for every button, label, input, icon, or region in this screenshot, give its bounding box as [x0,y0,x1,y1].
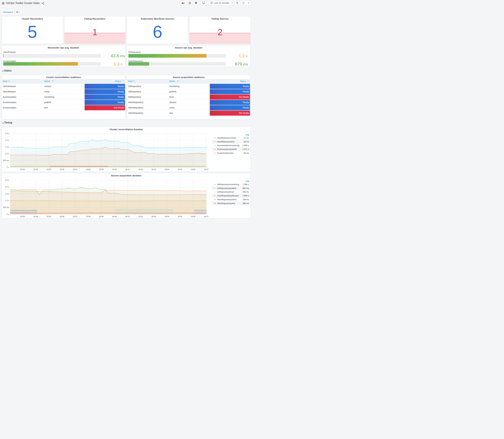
svg-text:16:04: 16:04 [164,216,169,218]
svg-text:15:54: 15:54 [33,168,38,171]
svg-text:16:05: 16:05 [178,216,182,218]
svg-text:2.5 s: 2.5 s [5,179,9,181]
svg-text:15:54: 15:54 [33,216,38,218]
svg-text:15:55: 15:55 [46,216,51,218]
svg-text:16:04: 16:04 [164,168,169,171]
svg-text:15:55: 15:55 [46,168,51,171]
svg-text:1.5 s: 1.5 s [5,193,9,195]
svg-text:15:56: 15:56 [60,216,64,218]
svg-text:0 s: 0 s [7,213,9,215]
svg-text:15:56: 15:56 [60,168,64,171]
svg-text:2.0 s: 2.0 s [5,186,9,188]
svg-text:2.5 s: 2.5 s [5,133,9,134]
svg-text:16:06: 16:06 [191,168,195,171]
svg-text:15:59: 15:59 [99,216,103,218]
svg-text:15:58: 15:58 [86,168,90,171]
svg-text:16:06: 16:06 [191,216,195,218]
svg-text:16:01: 16:01 [125,168,130,171]
svg-text:15:59: 15:59 [99,168,103,171]
svg-text:500 ms: 500 ms [3,159,9,161]
svg-text:16:02: 16:02 [138,216,143,218]
svg-text:15:53: 15:53 [20,168,25,171]
svg-text:16:01: 16:01 [125,216,130,218]
svg-text:16:03: 16:03 [151,168,156,171]
svg-text:16:07: 16:07 [204,168,209,171]
svg-text:0 s: 0 s [7,166,9,168]
svg-text:15:57: 15:57 [73,168,77,171]
svg-text:2.0 s: 2.0 s [5,139,9,141]
svg-text:16:02: 16:02 [138,168,143,171]
svg-text:16:03: 16:03 [151,216,156,218]
svg-text:15:58: 15:58 [86,216,90,218]
svg-text:500 ms: 500 ms [3,206,9,208]
svg-text:1.0 s: 1.0 s [5,153,9,155]
svg-text:15:53: 15:53 [20,216,25,218]
svg-text:15:57: 15:57 [73,216,77,218]
svg-text:16:00: 16:00 [112,216,117,218]
svg-text:1.0 s: 1.0 s [5,200,9,202]
svg-text:1.5 s: 1.5 s [5,146,9,148]
svg-text:16:00: 16:00 [112,168,117,171]
svg-text:16:05: 16:05 [178,168,182,171]
svg-text:16:07: 16:07 [204,216,209,218]
